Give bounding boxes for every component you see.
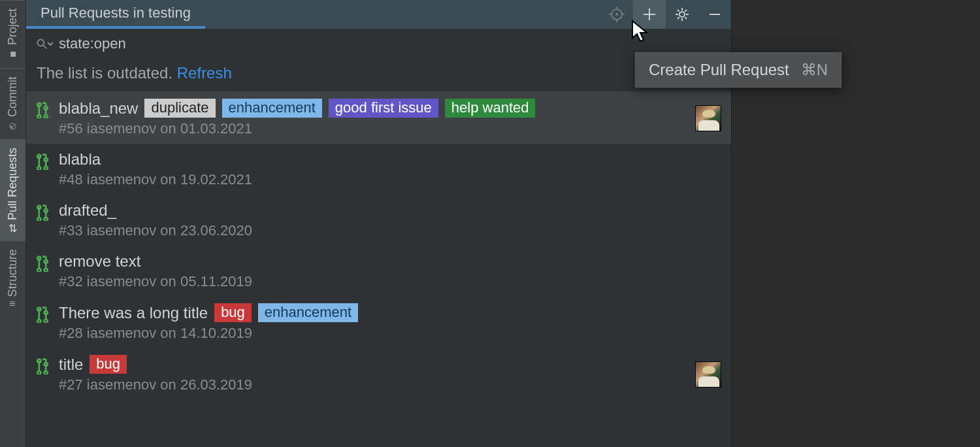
- locate-button[interactable]: [600, 0, 633, 29]
- pr-open-icon: [35, 204, 50, 224]
- structure-icon: ≡: [10, 298, 16, 310]
- pr-label: bug: [214, 303, 252, 322]
- search-row: [26, 29, 731, 59]
- avatar: [695, 105, 721, 131]
- pr-title: blabla: [59, 150, 101, 169]
- svg-point-8: [679, 12, 685, 17]
- create-pr-button[interactable]: [633, 0, 666, 29]
- side-tool-strip: ■ Project ⎋ Commit ⇅ Pull Requests ≡ Str…: [0, 0, 26, 447]
- pr-meta: #48 iasemenov on 19.02.2021: [59, 171, 685, 188]
- pr-label: bug: [90, 355, 127, 374]
- pr-title-line: There was a long titlebugenhancement: [59, 303, 685, 322]
- panel-tab[interactable]: Pull Requests in testing: [26, 0, 205, 29]
- side-tab-label: Project: [6, 8, 20, 45]
- gear-icon: [674, 7, 690, 22]
- settings-button[interactable]: [666, 0, 698, 29]
- notice-text: The list is outdated.: [37, 64, 177, 82]
- create-pr-tooltip: Create Pull Request ⌘N: [635, 52, 841, 88]
- pr-assignee-avatar: [694, 361, 722, 388]
- side-tab-project[interactable]: ■ Project: [0, 0, 25, 68]
- plus-icon: [642, 7, 657, 22]
- pr-assignee-avatar: [694, 105, 722, 131]
- svg-line-19: [44, 46, 47, 49]
- svg-line-16: [685, 10, 687, 12]
- pr-title-line: blabla: [59, 150, 685, 169]
- pr-open-icon: [35, 306, 50, 325]
- pr-body: blabla#48 iasemenov on 19.02.2021: [59, 150, 685, 188]
- svg-line-13: [678, 10, 679, 12]
- tooltip-text: Create Pull Request: [649, 61, 789, 79]
- tooltip-shortcut: ⌘N: [801, 61, 828, 79]
- side-tab-commit[interactable]: ⎋ Commit: [0, 68, 25, 139]
- avatar: [695, 361, 721, 388]
- pr-title: drafted_: [59, 201, 116, 220]
- pr-title-line: remove text: [59, 252, 685, 271]
- pr-item[interactable]: remove text#32 iasemenov on 05.11.2019: [26, 246, 731, 297]
- target-icon: [609, 7, 625, 22]
- pr-title: blabla_new: [59, 99, 138, 118]
- pr-icon: ⇅: [8, 222, 17, 235]
- folder-icon: ■: [7, 49, 18, 61]
- pr-meta: #33 iasemenov on 23.06.2020: [59, 222, 685, 239]
- svg-line-15: [678, 17, 679, 19]
- pr-label: good first issue: [329, 99, 438, 118]
- pull-request-list: blabla_newduplicateenhancementgood first…: [26, 92, 731, 447]
- side-tab-label: Commit: [6, 76, 20, 117]
- pr-label: enhancement: [258, 303, 358, 322]
- pr-meta: #28 iasemenov on 14.10.2019: [59, 325, 685, 342]
- pr-title: title: [59, 356, 83, 374]
- pr-open-icon: [35, 153, 50, 173]
- pr-meta: #56 iasemenov on 01.03.2021: [59, 120, 685, 137]
- minimize-button[interactable]: [698, 0, 731, 29]
- pr-label: duplicate: [144, 99, 215, 118]
- pr-title-line: drafted_: [59, 201, 685, 220]
- pr-item[interactable]: blabla_newduplicateenhancementgood first…: [26, 92, 731, 144]
- pr-title-line: titlebug: [59, 355, 685, 374]
- pr-title: remove text: [59, 252, 140, 271]
- outdated-notice: The list is outdated. Refresh: [26, 59, 731, 92]
- refresh-link[interactable]: Refresh: [177, 64, 232, 82]
- svg-line-14: [685, 17, 687, 19]
- pull-requests-panel: Pull Requests in testing: [26, 0, 732, 447]
- pr-open-icon: [35, 255, 50, 274]
- commit-icon: ⎋: [8, 120, 18, 132]
- pr-open-icon: [35, 101, 50, 121]
- pr-title-line: blabla_newduplicateenhancementgood first…: [59, 99, 685, 118]
- minimize-icon: [707, 7, 723, 22]
- panel-title: Pull Requests in testing: [41, 5, 191, 22]
- side-tab-label: Pull Requests: [6, 148, 20, 220]
- pr-item[interactable]: drafted_#33 iasemenov on 23.06.2020: [26, 195, 731, 246]
- pr-body: blabla_newduplicateenhancementgood first…: [59, 99, 685, 137]
- pr-body: titlebug#27 iasemenov on 26.03.2019: [59, 355, 685, 393]
- search-icon: [35, 37, 54, 50]
- svg-point-1: [615, 13, 618, 16]
- pr-meta: #32 iasemenov on 05.11.2019: [59, 273, 685, 290]
- pr-title: There was a long title: [59, 304, 208, 322]
- panel-header: Pull Requests in testing: [26, 0, 731, 29]
- pr-item[interactable]: titlebug#27 iasemenov on 26.03.2019: [26, 348, 731, 400]
- pr-item[interactable]: blabla#48 iasemenov on 19.02.2021: [26, 144, 731, 195]
- pr-open-icon: [35, 357, 50, 377]
- pr-meta: #27 iasemenov on 26.03.2019: [59, 376, 685, 393]
- pr-body: remove text#32 iasemenov on 05.11.2019: [59, 252, 685, 290]
- svg-point-18: [37, 39, 44, 46]
- side-tab-pull-requests[interactable]: ⇅ Pull Requests: [0, 139, 25, 240]
- side-tab-label: Structure: [6, 249, 20, 297]
- pr-body: There was a long titlebugenhancement#28 …: [59, 303, 685, 342]
- side-tab-structure[interactable]: ≡ Structure: [0, 240, 25, 314]
- pr-label: help wanted: [445, 99, 536, 118]
- pr-item[interactable]: There was a long titlebugenhancement#28 …: [26, 297, 731, 348]
- pr-label: enhancement: [222, 99, 322, 118]
- search-input[interactable]: [59, 35, 722, 52]
- pr-body: drafted_#33 iasemenov on 23.06.2020: [59, 201, 685, 239]
